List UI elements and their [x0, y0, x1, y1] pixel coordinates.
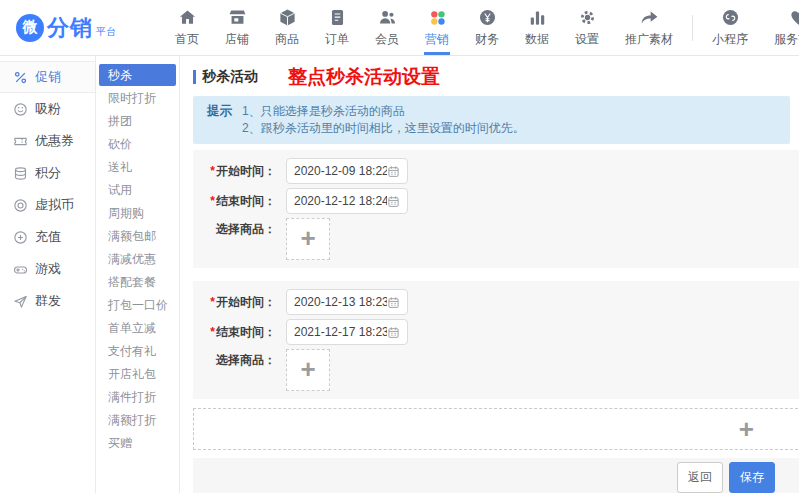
- sidebar-item-coupon[interactable]: 优惠券: [0, 125, 95, 157]
- topnav-item-orders[interactable]: 订单: [312, 0, 362, 55]
- topnav-item-service-market[interactable]: 服务市场: [761, 0, 799, 55]
- main-layout: 促销吸粉优惠券积分虚拟币充值游戏群发 秒杀限时打折拼团砍价送礼试用周期购满额包邮…: [0, 56, 799, 493]
- topnav-item-settings[interactable]: 设置: [562, 0, 612, 55]
- brand-logo[interactable]: 微 分销 平台: [16, 13, 162, 43]
- submenu-item[interactable]: 砍价: [99, 133, 176, 155]
- end-time-value[interactable]: [294, 325, 387, 339]
- end-time-row: *结束时间：: [206, 188, 799, 214]
- submenu-item[interactable]: 秒杀: [99, 64, 176, 86]
- start-time-row: *开始时间：: [206, 289, 799, 315]
- sidebar-item-label: 优惠券: [35, 132, 74, 150]
- topnav-item-miniprogram[interactable]: 小程序: [699, 0, 761, 55]
- sidebar-item-broadcast[interactable]: 群发: [0, 285, 95, 317]
- topnav-item-label: 数据: [525, 31, 549, 48]
- start-time-value[interactable]: [294, 164, 387, 178]
- topnav-item-promo-material[interactable]: 推广素材: [612, 0, 686, 55]
- tip-label: 提示: [207, 103, 232, 137]
- sidebar-item-points[interactable]: 积分: [0, 157, 95, 189]
- topnav-item-finance[interactable]: 财务: [462, 0, 512, 55]
- tip-box: 提示 1、只能选择是秒杀活动的商品 2、跟秒杀活动里的时间相比，这里设置的时间优…: [193, 96, 790, 144]
- start-time-row: *开始时间：: [206, 158, 799, 184]
- back-button[interactable]: 返回: [677, 462, 723, 493]
- start-time-label-text: 开始时间：: [216, 164, 276, 178]
- topnav-item-shop[interactable]: 店铺: [212, 0, 262, 55]
- end-time-input[interactable]: [286, 319, 408, 345]
- calendar-icon[interactable]: [387, 326, 400, 339]
- topnav-item-label: 商品: [275, 31, 299, 48]
- sidebar-item-label: 吸粉: [35, 100, 61, 118]
- tip-line-2: 2、跟秒杀活动里的时间相比，这里设置的时间优先。: [242, 120, 525, 137]
- sidebar-item-fans[interactable]: 吸粉: [0, 93, 95, 125]
- recharge-icon: [13, 230, 28, 245]
- seckill-activity-form-1: *开始时间： *结束时间： 选择商品：: [193, 150, 799, 268]
- select-goods-button[interactable]: +: [286, 218, 330, 260]
- finance-icon: [478, 8, 497, 27]
- sidebar-item-promotion[interactable]: 促销: [0, 61, 95, 93]
- topnav-item-label: 店铺: [225, 31, 249, 48]
- start-time-value[interactable]: [294, 295, 387, 309]
- promo-material-icon: [640, 8, 659, 27]
- calendar-icon[interactable]: [387, 296, 400, 309]
- main-content: 秒杀活动 整点秒杀活动设置 提示 1、只能选择是秒杀活动的商品 2、跟秒杀活动里…: [180, 56, 799, 493]
- sidebar-item-label: 充值: [35, 228, 61, 246]
- start-time-label: *开始时间：: [206, 163, 276, 180]
- submenu-item[interactable]: 支付有礼: [99, 340, 176, 362]
- calendar-icon[interactable]: [387, 195, 400, 208]
- game-icon: [13, 262, 28, 277]
- promotion-icon: [13, 70, 28, 85]
- goods-icon: [278, 8, 297, 27]
- nav-divider: [692, 15, 693, 41]
- start-time-label-text: 开始时间：: [216, 295, 276, 309]
- marketing-icon: [428, 8, 447, 27]
- submenu-item[interactable]: 试用: [99, 179, 176, 201]
- select-goods-label: 选择商品：: [206, 221, 276, 238]
- submenu-item[interactable]: 满额打折: [99, 409, 176, 431]
- seckill-activity-form-2: *开始时间： *结束时间： 选择商品：: [193, 281, 799, 399]
- settings-icon: [578, 8, 597, 27]
- sidebar-item-virtual-coin[interactable]: 虚拟币: [0, 189, 95, 221]
- primary-sidebar: 促销吸粉优惠券积分虚拟币充值游戏群发: [0, 56, 96, 493]
- plus-icon: +: [300, 225, 315, 251]
- sidebar-item-label: 促销: [35, 68, 61, 86]
- topnav-item-goods[interactable]: 商品: [262, 0, 312, 55]
- submenu-item[interactable]: 满件打折: [99, 386, 176, 408]
- topnav-item-members[interactable]: 会员: [362, 0, 412, 55]
- submenu-item[interactable]: 买赠: [99, 432, 176, 454]
- sidebar-item-game[interactable]: 游戏: [0, 253, 95, 285]
- submenu-item[interactable]: 送礼: [99, 156, 176, 178]
- start-time-input[interactable]: [286, 289, 408, 315]
- coupon-icon: [13, 134, 28, 149]
- logo-text: 分销: [47, 13, 93, 43]
- topnav-item-marketing[interactable]: 营销: [412, 0, 462, 55]
- submenu-item[interactable]: 首单立减: [99, 317, 176, 339]
- start-time-input[interactable]: [286, 158, 408, 184]
- tip-lines: 1、只能选择是秒杀活动的商品 2、跟秒杀活动里的时间相比，这里设置的时间优先。: [242, 103, 525, 137]
- logo-suffix-text: 平台: [96, 25, 116, 39]
- submenu-item[interactable]: 满减优惠: [99, 248, 176, 270]
- calendar-icon[interactable]: [387, 165, 400, 178]
- members-icon: [378, 8, 397, 27]
- sidebar-item-recharge[interactable]: 充值: [0, 221, 95, 253]
- submenu-item[interactable]: 打包一口价: [99, 294, 176, 316]
- end-time-input[interactable]: [286, 188, 408, 214]
- top-navigation: 微 分销 平台 首页店铺商品订单会员营销财务数据设置推广素材小程序服务市场: [0, 0, 799, 56]
- submenu-item[interactable]: 周期购: [99, 202, 176, 224]
- end-time-value[interactable]: [294, 194, 387, 208]
- topnav-item-home[interactable]: 首页: [162, 0, 212, 55]
- topnav-item-label: 订单: [325, 31, 349, 48]
- select-goods-button[interactable]: +: [286, 349, 330, 391]
- plus-icon: +: [300, 356, 315, 382]
- topnav-item-data[interactable]: 数据: [512, 0, 562, 55]
- topnav-item-label: 小程序: [712, 31, 748, 48]
- logo-icon: 微: [16, 14, 44, 42]
- submenu-item[interactable]: 满额包邮: [99, 225, 176, 247]
- page-subtitle: 整点秒杀活动设置: [288, 64, 440, 90]
- save-button[interactable]: 保存: [729, 462, 775, 493]
- add-activity-row[interactable]: +: [193, 408, 799, 450]
- home-icon: [178, 8, 197, 27]
- submenu-item[interactable]: 搭配套餐: [99, 271, 176, 293]
- submenu-item[interactable]: 开店礼包: [99, 363, 176, 385]
- topnav-item-label: 服务市场: [774, 31, 799, 48]
- submenu-item[interactable]: 限时打折: [99, 87, 176, 109]
- submenu-item[interactable]: 拼团: [99, 110, 176, 132]
